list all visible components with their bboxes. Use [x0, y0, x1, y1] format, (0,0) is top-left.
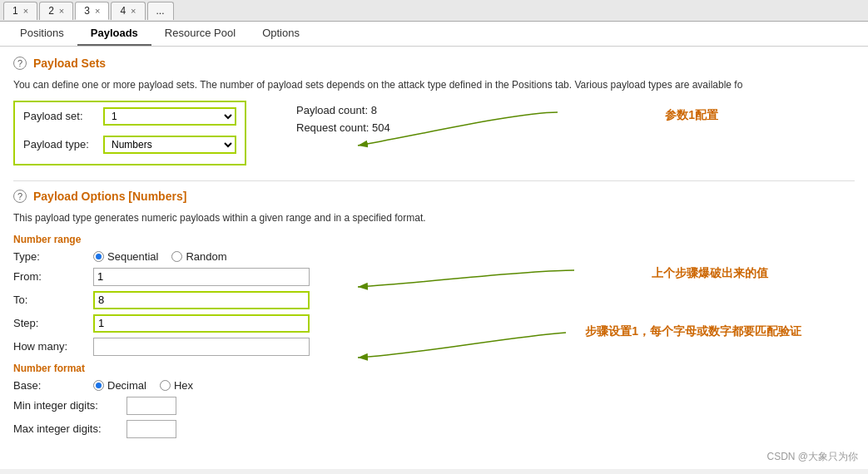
tab-4-close[interactable]: ×: [131, 6, 136, 16]
payload-sets-desc: You can define one or more payload sets.…: [13, 78, 855, 92]
how-many-input[interactable]: [93, 338, 310, 356]
max-integer-input[interactable]: [126, 420, 176, 438]
sequential-radio[interactable]: Sequential: [93, 250, 158, 263]
min-integer-input[interactable]: [126, 397, 176, 415]
step-row: Step:: [13, 314, 855, 333]
decimal-radio-dot: [93, 380, 104, 391]
payload-set-row: Payload set: 1: [23, 107, 236, 126]
random-radio-dot: [171, 251, 182, 262]
tab-2-close[interactable]: ×: [59, 6, 64, 16]
nav-tab-resource-pool[interactable]: Resource Pool: [151, 22, 249, 46]
number-range-label: Number range: [13, 234, 855, 245]
payload-options-desc: This payload type generates numeric payl…: [13, 211, 855, 225]
tab-1-label: 1: [12, 5, 18, 17]
base-row: Base: Decimal Hex: [13, 379, 855, 392]
watermark: CSDN @大象只为你: [766, 450, 858, 464]
main-content: ? Payload Sets You can define one or mor…: [0, 47, 868, 469]
payload-settings-box: Payload set: 1 Payload type: Numbers: [13, 101, 246, 165]
decimal-label: Decimal: [107, 379, 146, 392]
payload-type-select[interactable]: Numbers: [103, 136, 236, 154]
tab-3-label: 3: [84, 5, 90, 17]
type-radio-group: Sequential Random: [93, 250, 227, 263]
tab-1[interactable]: 1 ×: [3, 2, 37, 20]
hex-radio[interactable]: Hex: [160, 379, 193, 392]
min-integer-row: Min integer digits:: [13, 397, 855, 415]
sequential-radio-dot: [93, 251, 104, 262]
tab-ellipsis-label: ...: [156, 5, 165, 17]
type-label: Type:: [13, 250, 88, 263]
hex-radio-dot: [160, 380, 171, 391]
tab-3[interactable]: 3 ×: [75, 2, 109, 20]
how-many-label: How many:: [13, 340, 88, 353]
min-integer-label: Min integer digits:: [13, 399, 122, 412]
base-label: Base:: [13, 379, 88, 392]
random-radio[interactable]: Random: [171, 250, 226, 263]
base-radio-group: Decimal Hex: [93, 379, 193, 392]
tab-ellipsis[interactable]: ...: [147, 2, 174, 20]
how-many-row: How many:: [13, 338, 855, 356]
nav-tab-positions[interactable]: Positions: [7, 22, 77, 46]
tab-1-close[interactable]: ×: [23, 6, 28, 16]
nav-tab-options[interactable]: Options: [249, 22, 313, 46]
nav-tab-payloads[interactable]: Payloads: [77, 22, 151, 46]
payload-count-info: Payload count: 8: [296, 104, 390, 116]
request-count-info: Request count: 504: [296, 121, 390, 134]
payload-set-label: Payload set:: [23, 110, 98, 122]
tab-2[interactable]: 2 ×: [39, 2, 73, 20]
to-input[interactable]: [93, 291, 310, 309]
divider-1: [13, 180, 855, 181]
hex-label: Hex: [174, 379, 193, 392]
random-label: Random: [186, 250, 226, 263]
nav-tabs: Positions Payloads Resource Pool Options: [0, 22, 868, 47]
step-label: Step:: [13, 317, 88, 329]
from-label: From:: [13, 270, 88, 283]
tab-2-label: 2: [48, 5, 54, 17]
type-row: Type: Sequential Random: [13, 250, 855, 263]
tab-3-close[interactable]: ×: [95, 6, 100, 16]
sequential-label: Sequential: [107, 250, 158, 263]
max-integer-row: Max integer digits:: [13, 420, 855, 438]
payload-options-header: Payload Options [Numbers]: [33, 190, 186, 203]
payload-type-row: Payload type: Numbers: [23, 136, 236, 154]
payload-type-label: Payload type:: [23, 138, 98, 151]
tab-4-label: 4: [120, 5, 126, 17]
number-format-label: Number format: [13, 363, 855, 374]
from-input[interactable]: [93, 268, 310, 286]
tab-bar: 1 × 2 × 3 × 4 × ...: [0, 0, 868, 22]
max-integer-label: Max integer digits:: [13, 422, 122, 435]
to-row: To:: [13, 291, 855, 309]
decimal-radio[interactable]: Decimal: [93, 379, 146, 392]
payload-set-select[interactable]: 1: [103, 107, 236, 126]
payload-sets-help-icon[interactable]: ?: [13, 57, 27, 70]
to-label: To:: [13, 294, 88, 306]
tab-4[interactable]: 4 ×: [111, 2, 145, 20]
payload-sets-header: Payload Sets: [33, 57, 106, 70]
payload-options-help-icon[interactable]: ?: [13, 190, 27, 203]
step-input[interactable]: [93, 314, 310, 333]
from-row: From:: [13, 268, 855, 286]
